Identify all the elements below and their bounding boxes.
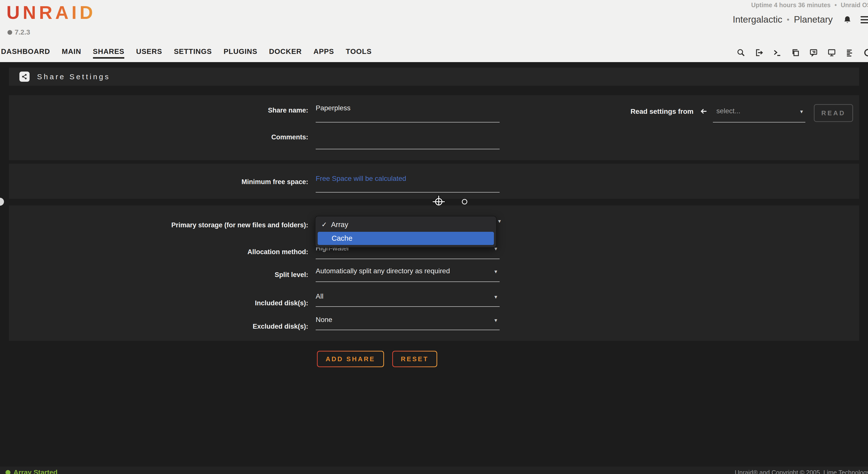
unraid-logo[interactable]: UNRAID (6, 2, 96, 23)
footer: Array Started Unraid® and Copyright © 20… (0, 467, 868, 474)
share-icon (20, 72, 30, 82)
dropdown-option-label: Array (331, 221, 348, 229)
nav-tools[interactable]: TOOLS (346, 47, 372, 59)
separator-dot: • (787, 15, 789, 24)
read-settings-label: Read settings from (630, 104, 693, 115)
nav-main[interactable]: MAIN (62, 47, 81, 59)
share-name-field (316, 104, 500, 123)
uptime-label: Uptime 4 hours 36 minutes (751, 1, 831, 9)
nav-apps[interactable]: APPS (313, 47, 334, 59)
toolbar (737, 45, 868, 60)
copyright: Unraid® and Copyright © 2005, Lime Techn… (735, 469, 868, 474)
split-level-select[interactable]: Automatically split any directory as req… (316, 267, 500, 282)
os-edition: Unraid OS Starter (841, 1, 868, 9)
reset-button[interactable]: RESET (392, 351, 437, 367)
nav-users[interactable]: USERS (136, 47, 162, 59)
nav-plugins[interactable]: PLUGINS (223, 47, 257, 59)
profile-icon[interactable] (864, 48, 868, 57)
check-icon: ✓ (321, 221, 327, 229)
copy-icon[interactable] (791, 48, 800, 57)
bell-icon[interactable] (843, 15, 851, 24)
server-name[interactable]: Intergalactic (733, 14, 782, 25)
cursor-dot (462, 199, 467, 204)
chevron-down-icon: ▼ (493, 269, 498, 274)
excluded-disks-value: None (316, 314, 332, 324)
included-disks-select[interactable]: All ▼ (316, 291, 500, 307)
search-icon[interactable] (737, 48, 745, 57)
read-button[interactable]: READ (814, 104, 853, 122)
included-disks-label: Included disk(s): (9, 299, 308, 307)
nav-dashboard[interactable]: DASHBOARD (1, 47, 50, 59)
dropdown-option-array[interactable]: ✓ Array (315, 218, 496, 231)
section-free-space: Minimum free space: (9, 164, 859, 199)
primary-storage-dropdown: ✓ Array Cache (315, 216, 497, 248)
dropdown-option-cache[interactable]: Cache (318, 232, 494, 245)
excluded-disks-select[interactable]: None ▼ (316, 314, 500, 330)
nav-shares[interactable]: SHARES (93, 47, 125, 59)
header: UNRAID 7.2.3 Uptime 4 hours 36 minutes •… (0, 0, 868, 62)
share-name-input[interactable] (316, 104, 500, 112)
version-label: 7.2.3 (15, 28, 30, 36)
form-actions: ADD SHARE RESET (317, 351, 437, 367)
chevron-down-icon: ▼ (497, 218, 502, 224)
split-level-label: Split level: (9, 271, 308, 279)
included-disks-value: All (316, 291, 323, 300)
primary-storage-label: Primary storage (for new files and folde… (9, 222, 308, 229)
section-share-name: Share name: Read settings from select...… (9, 95, 859, 160)
page-title-bar: Share Settings (9, 68, 859, 86)
chevron-down-icon: ▼ (799, 109, 804, 114)
separator-dot: • (835, 1, 837, 9)
minimum-free-space-input[interactable] (316, 175, 500, 182)
dropdown-option-label: Cache (332, 234, 352, 242)
excluded-disks-label: Excluded disk(s): (9, 323, 308, 330)
version-badge: 7.2.3 (7, 28, 30, 36)
share-name-label: Share name: (9, 107, 308, 114)
minimum-free-space-field (316, 175, 500, 193)
status-dot-icon (5, 470, 10, 474)
read-settings-group: Read settings from select... ▼ READ (630, 104, 853, 123)
arrow-left-icon (699, 104, 707, 116)
read-settings-select[interactable]: select... ▼ (713, 104, 805, 123)
copyright-text: Unraid® and Copyright © 2005, Lime Techn… (735, 469, 868, 474)
minimum-free-space-label: Minimum free space: (9, 178, 308, 186)
log-icon[interactable] (845, 48, 854, 57)
page-title: Share Settings (37, 72, 111, 81)
main-nav: DASHBOARD MAIN SHARES USERS SETTINGS PLU… (1, 46, 372, 60)
array-status[interactable]: Array Started (5, 469, 57, 474)
chevron-down-icon: ▼ (493, 294, 498, 300)
array-status-label: Array Started (13, 469, 57, 474)
nav-settings[interactable]: SETTINGS (174, 47, 212, 59)
comments-label: Comments: (9, 133, 308, 141)
chevron-down-icon: ▼ (493, 318, 498, 323)
menu-icon[interactable] (861, 16, 868, 23)
comments-input[interactable] (316, 131, 500, 139)
server-description: Planetary (794, 14, 833, 25)
read-settings-select-value: select... (716, 107, 740, 115)
allocation-method-label: Allocation method: (9, 248, 308, 256)
sign-out-icon[interactable] (755, 48, 764, 57)
feedback-icon[interactable] (809, 48, 818, 57)
terminal-icon[interactable] (773, 48, 782, 57)
version-dot-icon (7, 30, 12, 35)
split-level-value: Automatically split any directory as req… (316, 267, 450, 275)
status-line: Uptime 4 hours 36 minutes • Unraid OS St… (751, 1, 868, 9)
server-line: Intergalactic • Planetary (733, 14, 868, 25)
add-share-button[interactable]: ADD SHARE (317, 351, 384, 367)
monitor-icon[interactable] (827, 48, 836, 57)
nav-docker[interactable]: DOCKER (269, 47, 302, 59)
edge-handle[interactable] (0, 198, 4, 206)
comments-field (316, 131, 500, 149)
